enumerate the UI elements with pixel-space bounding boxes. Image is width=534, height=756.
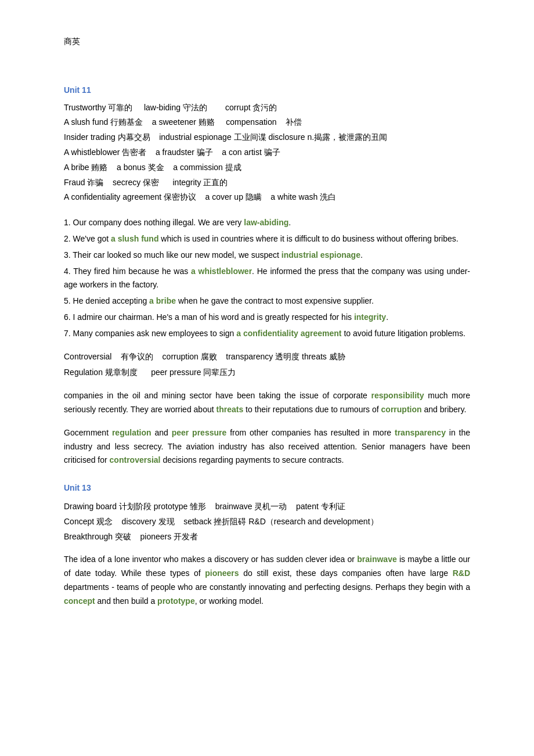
highlight-concept: concept (64, 596, 95, 606)
unit13-title: Unit 13 (64, 481, 470, 495)
highlight-pioneers: pioneers (205, 568, 239, 578)
highlight-peer-pressure: peer pressure (172, 428, 227, 437)
unit13-vocab: Drawing board 计划阶段 prototype 雏形 brainwav… (64, 500, 470, 543)
vocab-line-4: A whistleblower 告密者 a fraudster 骗子 a con… (64, 146, 470, 160)
vocab-line-5: A bribe 贿赂 a bonus 奖金 a commission 提成 (64, 161, 470, 175)
highlight-transparency: transparency (395, 428, 446, 437)
vocab2-line-2: Regulation 规章制度 peer pressure 同辈压力 (64, 366, 470, 380)
highlight-whistleblower: a whistleblower (191, 267, 252, 276)
vocab-line-6: Fraud 诈骗 secrecy 保密 integrity 正直的 (64, 176, 470, 190)
unit11-sentences: 1. Our company does nothing illegal. We … (64, 216, 470, 340)
sentence-2: 2. We've got a slush fund which is used … (64, 232, 470, 246)
highlight-confidentiality: a confidentiality agreement (236, 329, 341, 338)
vocab-line-1: Trustworthy 可靠的 law-biding 守法的 corrupt 贪… (64, 101, 470, 115)
vocab-line-2: A slush fund 行贿基金 a sweetener 贿赂 compens… (64, 116, 470, 129)
unit11-vocab2: Controversial 有争议的 corruption 腐败 transpa… (64, 350, 470, 380)
highlight-corruption: corruption (381, 405, 422, 414)
unit13-vocab-line-3: Breakthrough 突破 pioneers 开发者 (64, 530, 470, 544)
unit13-para: The idea of a lone inventor who makes a … (64, 553, 470, 608)
highlight-responsibility: responsibility (371, 391, 424, 400)
highlight-integrity: integrity (354, 312, 386, 322)
highlight-brainwave: brainwave (357, 555, 396, 564)
sentence-1: 1. Our company does nothing illegal. We … (64, 216, 470, 230)
unit11-section: Unit 11 Trustworthy 可靠的 law-biding 守法的 c… (64, 84, 470, 467)
unit13-vocab-line-2: Concept 观念 discovery 发现 setback 挫折阻碍 R&D… (64, 515, 470, 529)
unit13-section: Unit 13 Drawing board 计划阶段 prototype 雏形 … (64, 481, 470, 608)
highlight-regulation: regulation (112, 428, 151, 437)
unit11-para1: companies in the oil and mining sector h… (64, 389, 470, 417)
unit11-title: Unit 11 (64, 84, 470, 98)
unit11-vocab: Trustworthy 可靠的 law-biding 守法的 corrupt 贪… (64, 101, 470, 205)
highlight-rd: R&D (453, 568, 470, 578)
header-title: 商英 (64, 35, 470, 49)
highlight-slush-fund: a slush fund (111, 234, 158, 243)
highlight-threats: threats (217, 405, 244, 414)
vocab-line-3: Insider trading 内幕交易 industrial espionag… (64, 131, 470, 145)
vocab2-line-1: Controversial 有争议的 corruption 腐败 transpa… (64, 350, 470, 364)
sentence-7: 7. Many companies ask new employees to s… (64, 327, 470, 341)
highlight-law-abiding: law-abiding (244, 218, 288, 227)
highlight-controversial: controversial (110, 455, 161, 465)
sentence-3: 3. Their car looked so much like our new… (64, 249, 470, 262)
unit11-para2: Gocernment regulation and peer pressure … (64, 426, 470, 467)
sentence-6: 6. I admire our chairman. He's a man of … (64, 311, 470, 325)
highlight-prototype: prototype (157, 596, 195, 606)
vocab-line-7: A confidentiality agreement 保密协议 a cover… (64, 190, 470, 204)
sentence-4: 4. They fired him because he was a whist… (64, 265, 470, 293)
sentence-5: 5. He denied accepting a bribe when he g… (64, 294, 470, 308)
highlight-bribe: a bribe (149, 296, 176, 305)
unit13-vocab-line-1: Drawing board 计划阶段 prototype 雏形 brainwav… (64, 500, 470, 514)
highlight-industrial-espionage: industrial espionage (282, 250, 360, 260)
title-text: 商英 (64, 37, 80, 46)
